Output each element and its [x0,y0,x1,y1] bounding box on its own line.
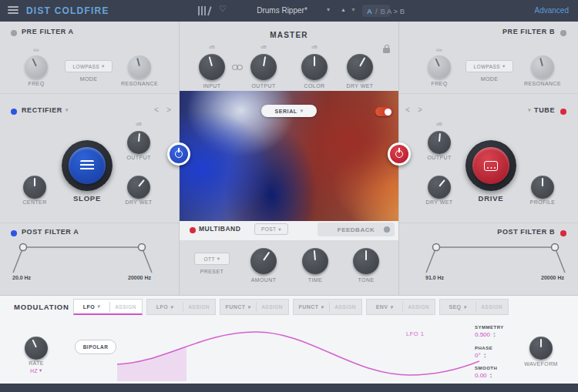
feedback-led[interactable] [384,226,390,233]
postfilter-a-low-value[interactable]: 20.0 Hz [12,275,31,280]
smooth-value[interactable]: 0.00 [475,372,487,379]
preset-next-icon[interactable]: ▼ [351,7,356,12]
symmetry-value[interactable]: 0.500 [475,331,490,338]
routing-dropdown[interactable]: SERIAL ▾ [261,105,317,117]
tube-drywet-knob[interactable] [428,176,451,199]
tube-profile-label: PROFILE [519,199,566,205]
multiband-post-dropdown[interactable]: POST ▾ [254,223,288,235]
phase-value[interactable]: 0° [475,352,481,359]
postfilter-a-curve[interactable] [11,239,154,277]
library-icon[interactable] [198,6,209,15]
postfilter-b-high-value[interactable]: 20000 Hz [513,275,564,280]
ab-toggle[interactable]: A / B [362,5,390,17]
bipolar-button[interactable]: BIPOLAR [75,340,116,354]
tab-type-label[interactable]: LFO [156,304,168,310]
tube-output-knob[interactable] [428,131,451,154]
tab-assign-label[interactable]: ASSIGN [109,302,142,312]
postfilter-b-low-value[interactable]: 91.0 Hz [425,275,444,280]
mod-tab-funct2[interactable]: FUNCT▾ ASSIGN [293,299,362,315]
stepper-icons[interactable]: ▴▾ [484,353,486,359]
ab-a-label[interactable]: A [367,7,372,15]
engine-a-power-button[interactable] [167,142,190,166]
tube-prev-icon[interactable]: < [405,106,410,114]
rectifier-led[interactable] [11,109,17,115]
tab-assign-label[interactable]: ASSIGN [329,302,361,312]
preset-prev-icon[interactable]: ▲ [341,7,346,12]
postfilter-b-led[interactable] [560,230,566,236]
feedback-tab[interactable]: FEEDBACK [318,223,395,236]
rectifier-output-unit: dB [127,122,150,126]
menu-icon[interactable] [8,6,18,14]
lfo-rate-knob[interactable] [25,337,48,360]
tube-led[interactable] [560,109,566,115]
heart-icon[interactable]: ♡ [219,4,227,14]
prefilter-a-mode-dropdown[interactable]: LOWPASS ▾ [65,60,113,72]
copy-a-to-b-button[interactable]: A > B [387,7,405,15]
tube-drive-label: DRIVE [468,194,514,203]
mod-tab-seq[interactable]: SEQ▾ ASSIGN [439,299,509,315]
rectifier-slope-knob[interactable] [62,140,113,191]
master-input-knob[interactable] [199,54,225,80]
smooth-stepper[interactable]: 0.00 ▴▾ [475,372,523,379]
tab-type-label[interactable]: FUNCT [299,304,319,310]
tube-drive-knob[interactable] [465,140,516,191]
multiband-amount-knob[interactable] [250,248,277,274]
prefilter-a-resonance-knob[interactable] [128,55,151,79]
master-color-knob[interactable] [301,54,328,80]
link-icon[interactable] [232,65,243,71]
tab-type-label[interactable]: FUNCT [226,304,246,310]
tab-type-label[interactable]: ENV [376,304,388,310]
multiband-led[interactable] [190,227,196,233]
lfo-waveform-display[interactable] [117,318,479,384]
tab-assign-label[interactable]: ASSIGN [476,302,508,312]
prefilter-b-freq-knob[interactable] [428,55,451,79]
master-output-knob[interactable] [250,54,277,80]
preset-name[interactable]: Drums Ripper* [240,6,324,15]
tab-assign-label[interactable]: ASSIGN [402,302,435,312]
prefilter-b-resonance-knob[interactable] [531,55,554,79]
mod-tab-funct1[interactable]: FUNCT▾ ASSIGN [220,299,289,315]
master-drywet-label: DRY WET [335,83,385,89]
prefilter-b-mode-dropdown[interactable]: LOWPASS ▾ [465,60,513,72]
rectifier-slope-label: SLOPE [64,194,110,203]
rectifier-output-knob[interactable] [127,131,150,154]
prefilter-b-led[interactable] [560,30,566,36]
tube-profile-knob[interactable] [531,176,554,199]
tab-assign-label[interactable]: ASSIGN [256,302,288,312]
master-drywet-knob[interactable] [347,54,373,80]
multiband-time-knob[interactable] [302,248,328,274]
tab-type-label[interactable]: LFO [83,304,95,310]
tab-assign-label[interactable]: ASSIGN [183,302,215,312]
ab-b-label[interactable]: B [381,7,385,15]
stepper-icons[interactable]: ▴▾ [490,373,492,379]
prefilter-a-led[interactable] [11,30,17,36]
waveform-knob[interactable] [529,337,553,360]
tube-next-icon[interactable]: > [418,106,422,114]
tab-type-label[interactable]: SEQ [449,304,461,310]
lfo-rate-unit-dropdown[interactable]: HZ ▾ [17,367,55,374]
advanced-button[interactable]: Advanced [535,6,569,15]
prefilter-a-freq-knob[interactable] [25,55,48,79]
engine-b-power-button[interactable] [388,142,411,166]
phase-stepper[interactable]: 0° ▴▾ [475,352,523,359]
symmetry-stepper[interactable]: 0.500 ▴▾ [475,331,523,338]
lock-icon[interactable] [383,48,390,53]
mod-tab-lfo2[interactable]: LFO▾ ASSIGN [146,299,216,315]
mod-tab-env[interactable]: ENV▾ ASSIGN [366,299,435,315]
mod-tab-lfo1[interactable]: LFO▾ ASSIGN [73,299,143,315]
tube-title[interactable]: ▾ TUBE [493,106,555,114]
rectifier-prev-icon[interactable]: < [154,106,159,114]
rectifier-title[interactable]: RECTIFIER ▾ [22,106,69,114]
postfilter-a-led[interactable] [11,230,17,236]
master-input-label: INPUT [187,83,237,89]
multiband-preset-dropdown[interactable]: OTT ▾ [194,253,230,265]
postfilter-a-high-value[interactable]: 20000 Hz [100,275,151,280]
routing-toggle[interactable] [375,107,392,116]
stepper-icons[interactable]: ▴▾ [493,332,495,338]
multiband-tone-knob[interactable] [353,248,379,274]
postfilter-b-curve[interactable] [424,239,567,277]
rectifier-next-icon[interactable]: > [166,106,171,114]
chevron-down-icon[interactable]: ▾ [327,6,330,13]
rectifier-drywet-knob[interactable] [127,176,150,199]
rectifier-center-knob[interactable] [23,176,46,199]
